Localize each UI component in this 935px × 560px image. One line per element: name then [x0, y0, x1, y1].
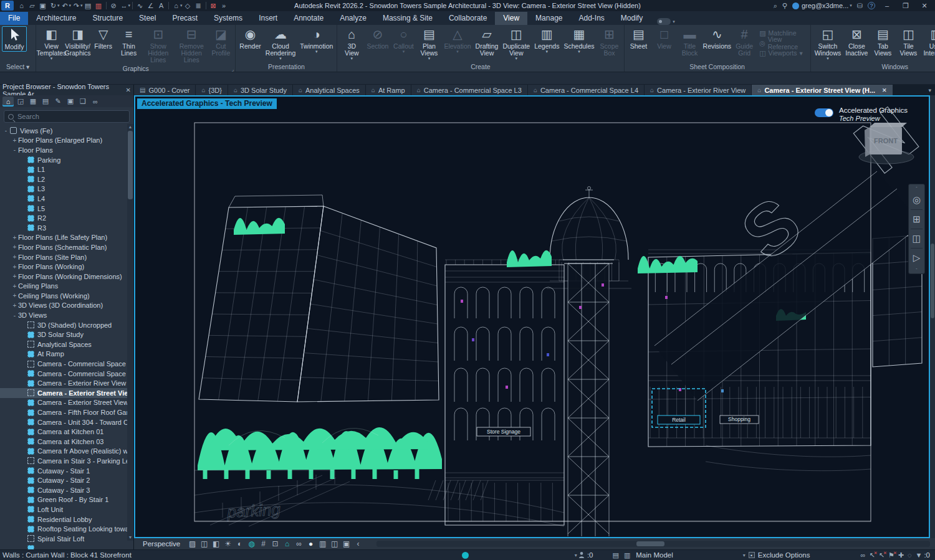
tree-item-l4[interactable]: L4	[0, 194, 133, 204]
ribbon-tab-architecture[interactable]: Architecture	[28, 12, 84, 25]
plan-views-button[interactable]: ▤Plan Views▾	[416, 26, 441, 61]
tree-expander[interactable]: +	[11, 273, 18, 280]
tree-item-camera-in-stair-3-parking-level[interactable]: Camera in Stair 3 - Parking Level	[0, 456, 133, 466]
close-inactive-button[interactable]: ⊠Close Inactive	[843, 26, 870, 57]
canvas-horizontal-scrollbar[interactable]	[376, 541, 930, 547]
tree-item-at-ramp[interactable]: At Ramp	[0, 349, 133, 359]
tree-item-views-fe-[interactable]: -Views (Fe)	[0, 126, 133, 136]
panel-label[interactable]: Select ▾	[0, 62, 36, 72]
drag-elements-icon[interactable]: ✚	[896, 551, 906, 559]
tree-item-residential-lobby[interactable]: Residential Lobby	[0, 515, 133, 524]
filter-icon[interactable]: ▼	[914, 551, 924, 559]
view-tab-camera-commercial-space-l4[interactable]: ⌂Camera - Commercial Space L4	[528, 85, 644, 95]
ribbon-tab-systems[interactable]: Systems	[206, 12, 251, 25]
tree-item-cutaway-stair-3[interactable]: Cutaway - Stair 3	[0, 485, 133, 495]
schedules-icon[interactable]: ▦	[27, 97, 39, 107]
tree-item-floor-plans-enlarged-plan-[interactable]: +Floor Plans (Enlarged Plan)	[0, 136, 133, 146]
project-browser-header[interactable]: Project Browser - Snowdon Towers Sample …	[0, 85, 134, 95]
duplicate-view-button[interactable]: ◫Duplicate View▾	[501, 26, 532, 61]
tag-icon[interactable]: ◇	[183, 1, 193, 11]
legends-button[interactable]: ▥Legends▾	[532, 26, 561, 54]
restore-button[interactable]: ❐	[899, 2, 913, 10]
families-icon[interactable]: ✎	[52, 97, 64, 107]
standard-views-icon[interactable]: ◲	[15, 97, 26, 107]
schedules-button[interactable]: ▦Schedules▾	[562, 26, 596, 54]
ribbon-tab-massing-site[interactable]: Massing & Site	[375, 12, 441, 25]
tree-item-rooftop-seating-looking-toward-b[interactable]: Rooftop Seating Looking toward b	[0, 524, 133, 534]
scrollbar-thumb[interactable]	[931, 244, 934, 318]
tree-item-camera-unit-304-toward-core[interactable]: Camera - Unit 304 - Toward Core	[0, 417, 133, 427]
design-options-checkbox[interactable]: ▪	[749, 552, 755, 558]
app-logo[interactable]: R	[1, 1, 14, 11]
tree-expander[interactable]: -	[11, 312, 18, 319]
ribbon-tab-view[interactable]: View	[495, 12, 527, 25]
tree-item-l2[interactable]: L2	[0, 174, 133, 184]
close-icon[interactable]: ✕	[126, 87, 131, 93]
view-tab-camera-exterior-street-view-h-[interactable]: ⌂Camera - Exterior Street View (H...✕	[752, 85, 892, 95]
view-tab-at-ramp[interactable]: ⌂At Ramp	[366, 85, 411, 95]
tree-item-3d-shaded-uncropped[interactable]: 3D (Shaded) Uncropped	[0, 320, 133, 330]
home-icon[interactable]: ⌂	[16, 1, 27, 11]
tree-item-camera-at-kitchen-03[interactable]: Camera at Kitchen 03	[0, 437, 133, 447]
view-tab--3d-[interactable]: ⌂{3D}	[196, 85, 227, 95]
ribbon-display-toggle-icon[interactable]: ▾	[657, 18, 675, 25]
ribbon-tab-file[interactable]: File	[0, 12, 28, 25]
reveal-hidden-icon[interactable]: ∞	[293, 539, 305, 548]
tree-item-floor-plans[interactable]: -Floor Plans	[0, 145, 133, 155]
views-icon[interactable]: ⌂	[2, 97, 14, 107]
crop-view-icon[interactable]: #	[257, 539, 269, 548]
tree-item-spiral-stair-loft[interactable]: Spiral Stair Loft	[0, 534, 133, 544]
tree-item-camera-fr-above-realistic-wo-poi[interactable]: Camera fr Above (Realistic) wo Poi	[0, 447, 133, 457]
ribbon-tab-add-ins[interactable]: Add-Ins	[570, 12, 612, 25]
modify-button[interactable]: Modify	[2, 26, 27, 52]
ribbon-tab-precast[interactable]: Precast	[164, 12, 206, 25]
drawing-area[interactable]: SN Store SignageRetailShoppingparking FR…	[134, 95, 930, 538]
view-scale-label[interactable]: Perspective	[134, 540, 186, 548]
binoculars-icon[interactable]: ⚲	[782, 2, 787, 10]
switch-windows-button[interactable]: ◱Switch Windows▾	[813, 26, 843, 61]
groups-icon[interactable]: ▣	[65, 97, 76, 107]
tree-expander[interactable]: +	[11, 254, 18, 260]
tree-expander[interactable]: +	[11, 244, 18, 250]
tile-views-button[interactable]: ◫Tile Views	[896, 26, 921, 57]
scrollbar-thumb[interactable]	[636, 541, 664, 546]
cloud-rendering-button[interactable]: ☁Cloud Rendering▾	[264, 26, 297, 61]
save-icon[interactable]: ▣	[37, 1, 48, 11]
tree-item-camera-fifth-floor-roof-garden[interactable]: Camera - Fifth Floor Roof Garden	[0, 407, 133, 417]
tree-item-camera-commercial-space-l3[interactable]: Camera - Commercial Space L3	[0, 359, 133, 369]
tab-list-chevron-icon[interactable]: ▾	[924, 85, 935, 95]
snaps-icon[interactable]: ◌	[906, 551, 914, 559]
tree-item-green-roof-by-stair-1[interactable]: Green Roof - By Stair 1	[0, 495, 133, 505]
chevron-down-icon[interactable]: ▾	[575, 553, 577, 558]
view-tab-3d-solar-study[interactable]: ⌂3D Solar Study	[228, 85, 292, 95]
tree-item-ceiling-plans-working-[interactable]: +Ceiling Plans (Working)	[0, 291, 133, 301]
active-design-option[interactable]: Exclude Options	[758, 551, 810, 559]
ribbon-tab-insert[interactable]: Insert	[251, 12, 285, 25]
tree-expander[interactable]: -	[2, 127, 9, 134]
visual-style-icon[interactable]: ◧	[210, 539, 222, 548]
tree-item-camera-commercial-space-l4[interactable]: Camera - Commercial Space L4	[0, 369, 133, 379]
revit-links-icon[interactable]: ❑	[77, 97, 89, 107]
thin-lines-button[interactable]: ≡Thin Lines	[117, 26, 141, 57]
sheets-icon[interactable]: ▤	[40, 97, 51, 107]
collapse-icon[interactable]: ‹	[352, 539, 364, 548]
help-icon[interactable]: ?	[868, 2, 875, 9]
search-icon[interactable]: ⌕	[774, 2, 777, 10]
browser-scrollbar[interactable]: ▲ ▼	[127, 124, 133, 541]
sheet-button[interactable]: ▤Sheet	[626, 26, 651, 50]
worksets-dialog-icon[interactable]: ▤	[610, 551, 620, 559]
tree-item-cutaway-stair-2[interactable]: Cutaway - Stair 2	[0, 475, 133, 485]
shadows-icon[interactable]: ◐	[234, 539, 246, 548]
tree-item-3d-views-3d-coordination-[interactable]: +3D Views (3D Coordination)	[0, 301, 133, 311]
rendering-icon[interactable]: ◍	[246, 539, 257, 548]
tab-views-button[interactable]: ▤Tab Views	[870, 26, 895, 57]
ribbon-tab-annotate[interactable]: Annotate	[285, 12, 332, 25]
ribbon-tab-modify[interactable]: Modify	[613, 12, 651, 25]
camera-icon[interactable]: ⌂	[281, 539, 293, 548]
tree-item-r2[interactable]: R2	[0, 213, 133, 223]
tree-expander[interactable]: +	[11, 292, 18, 299]
worksets-icon[interactable]: ▥	[622, 551, 632, 559]
tree-item-3d-views[interactable]: -3D Views	[0, 310, 133, 320]
customize-qat-icon[interactable]: »	[219, 1, 229, 11]
view-templates-button[interactable]: ◧View Templates▾	[38, 26, 64, 61]
